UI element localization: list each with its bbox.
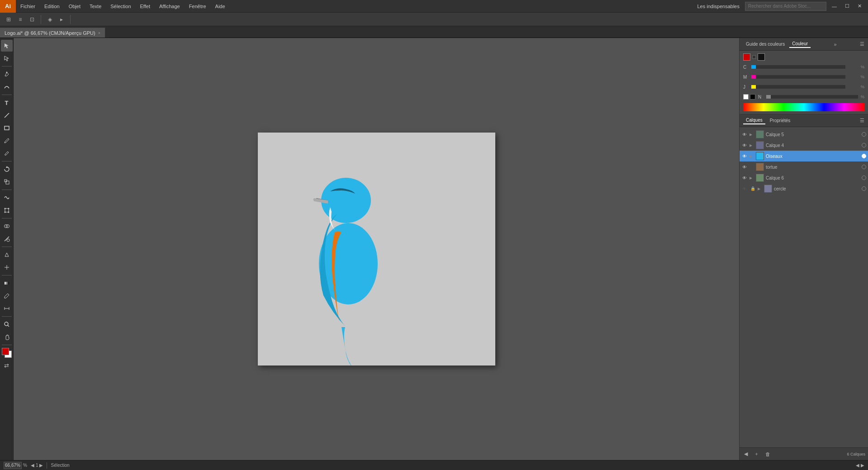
perspective-tool[interactable] <box>1 249 13 261</box>
menu-bar: Ai Fichier Edition Objet Texte Sélection… <box>0 0 868 13</box>
menu-fenetre[interactable]: Fenêtre <box>185 0 211 13</box>
menu-objet[interactable]: Objet <box>64 0 85 13</box>
live-paint-tool[interactable] <box>1 233 13 245</box>
curvature-tool[interactable] <box>1 81 13 93</box>
document-tab-close[interactable]: × <box>98 31 100 35</box>
color-n-bar-container[interactable] <box>766 95 858 99</box>
color-n-swatches <box>743 94 755 100</box>
layer-lock-cercle[interactable]: 🔒 <box>749 186 756 191</box>
menu-selection[interactable]: Sélection <box>106 0 135 13</box>
color-m-bar-container[interactable] <box>751 75 845 79</box>
layer-expand-cercle[interactable]: ▶ <box>758 187 762 191</box>
canvas-area[interactable] <box>14 38 739 460</box>
workspace-selector[interactable]: Les indispensables <box>694 3 742 10</box>
status-nav-next[interactable]: ▶ <box>861 463 864 468</box>
tab-calques[interactable]: Calques <box>743 117 765 124</box>
layer-add-btn[interactable]: ＋ <box>752 450 761 458</box>
arrange-icon[interactable]: ⊞ <box>4 14 14 24</box>
free-transform-tool[interactable] <box>1 204 13 216</box>
layer-item-calque5[interactable]: 👁 ▶ Calque 5 <box>740 129 868 140</box>
rotate-tool[interactable] <box>1 163 13 175</box>
left-toolbar: T <box>0 38 14 460</box>
line-tool[interactable] <box>1 109 13 121</box>
layer-item-calque4[interactable]: 👁 ▶ Calque 4 <box>740 140 868 151</box>
measure-tool[interactable] <box>1 303 13 314</box>
fg-color-swatch[interactable] <box>743 53 750 61</box>
direct-selection-tool[interactable] <box>1 52 13 64</box>
color-c-icon[interactable]: % <box>861 65 864 69</box>
status-nav-prev[interactable]: ◀ <box>856 463 859 468</box>
zoom-prev-btn[interactable]: ◀ <box>31 463 34 468</box>
layer-item-oiseaux[interactable]: 👁 ▶ Oiseaux <box>740 151 868 161</box>
layer-eye-calque5[interactable]: 👁 <box>741 131 748 138</box>
warp-tool[interactable] <box>1 192 13 204</box>
menu-edition[interactable]: Edition <box>40 0 64 13</box>
color-n-label: N <box>758 95 764 100</box>
color-spectrum[interactable] <box>743 103 864 111</box>
zoom-tool[interactable] <box>1 318 13 330</box>
eyedropper-tool[interactable] <box>1 290 13 302</box>
pen-tool[interactable] <box>1 68 13 80</box>
tab-guide-couleurs[interactable]: Guide des couleurs <box>743 41 787 47</box>
more-icon[interactable]: ▸ <box>57 14 66 24</box>
color-n-icon[interactable]: % <box>861 95 864 99</box>
na-icon <box>752 55 756 59</box>
layer-expand-calque4[interactable]: ▶ <box>749 143 754 147</box>
paintbrush-tool[interactable] <box>1 135 13 147</box>
layer-circle-oiseaux[interactable] <box>862 154 866 158</box>
layer-eye-calque4[interactable]: 👁 <box>741 142 748 148</box>
mesh-tool[interactable] <box>1 261 13 273</box>
zoom-next-btn[interactable]: ▶ <box>39 463 43 468</box>
menu-affichage[interactable]: Affichage <box>155 0 185 13</box>
layer-expand-oiseaux[interactable]: ▶ <box>749 154 754 158</box>
layer-page-prev[interactable]: ◀ <box>742 450 749 458</box>
layers-panel-menu[interactable]: ☰ <box>860 118 864 123</box>
document-tab[interactable]: Logo.ai* @ 66,67% (CMJN/Aperçu GPU) × <box>0 28 105 38</box>
hand-tool[interactable] <box>1 331 13 343</box>
scale-tool[interactable] <box>1 176 13 188</box>
layer-eye-tortue[interactable]: 👁 <box>741 164 748 170</box>
gradient-tool[interactable] <box>1 277 13 289</box>
layer-eye-oiseaux[interactable]: 👁 <box>741 153 748 159</box>
tab-proprietes[interactable]: Propriétés <box>767 117 793 124</box>
pathfinder-icon[interactable]: ◈ <box>45 14 55 24</box>
menu-effet[interactable]: Effet <box>136 0 155 13</box>
layer-circle-cercle[interactable] <box>862 186 866 191</box>
search-input[interactable] <box>745 2 826 11</box>
layer-expand-calque5[interactable]: ▶ <box>749 133 754 137</box>
close-button[interactable]: ✕ <box>855 2 864 10</box>
color-panel-menu[interactable]: ☰ <box>860 41 864 47</box>
type-tool[interactable]: T <box>1 97 13 109</box>
layer-circle-calque6[interactable] <box>862 176 866 180</box>
layer-circle-calque4[interactable] <box>862 143 866 147</box>
rect-tool[interactable] <box>1 122 13 134</box>
transform-icon[interactable]: ⊡ <box>27 14 37 24</box>
color-j-icon[interactable]: % <box>861 85 864 89</box>
color-j-bar-container[interactable] <box>751 85 845 89</box>
layer-circle-calque5[interactable] <box>862 132 866 137</box>
layer-expand-calque6[interactable]: ▶ <box>749 176 754 180</box>
color-panel-expand[interactable]: » <box>834 42 837 47</box>
color-c-bar-container[interactable] <box>751 65 845 69</box>
pencil-tool[interactable] <box>1 147 13 159</box>
menu-aide[interactable]: Aide <box>211 0 230 13</box>
layer-item-calque6[interactable]: 👁 ▶ Calque 6 <box>740 172 868 183</box>
layer-eye-calque6[interactable]: 👁 <box>741 175 748 181</box>
layer-delete-btn[interactable]: 🗑 <box>764 451 772 458</box>
menu-fichier[interactable]: Fichier <box>16 0 40 13</box>
layer-item-cercle[interactable]: 👁 🔒 ▶ cercle <box>740 183 868 194</box>
minimize-button[interactable]: — <box>829 3 840 10</box>
color-m-icon[interactable]: % <box>861 75 864 79</box>
swap-colors-btn[interactable]: ⇄ <box>1 360 13 371</box>
shape-builder-tool[interactable] <box>1 220 13 232</box>
align-icon[interactable]: ≡ <box>15 14 25 24</box>
zoom-input[interactable] <box>4 462 22 469</box>
selection-tool[interactable] <box>1 40 13 52</box>
layer-eye-cercle[interactable]: 👁 <box>741 185 748 192</box>
maximize-button[interactable]: ☐ <box>842 2 852 10</box>
layer-item-tortue[interactable]: 👁 tortue <box>740 161 868 172</box>
fill-color-btn[interactable] <box>1 347 13 359</box>
menu-texte[interactable]: Texte <box>85 0 106 13</box>
tab-couleur[interactable]: Couleur <box>789 40 811 48</box>
layer-circle-tortue[interactable] <box>862 165 866 169</box>
